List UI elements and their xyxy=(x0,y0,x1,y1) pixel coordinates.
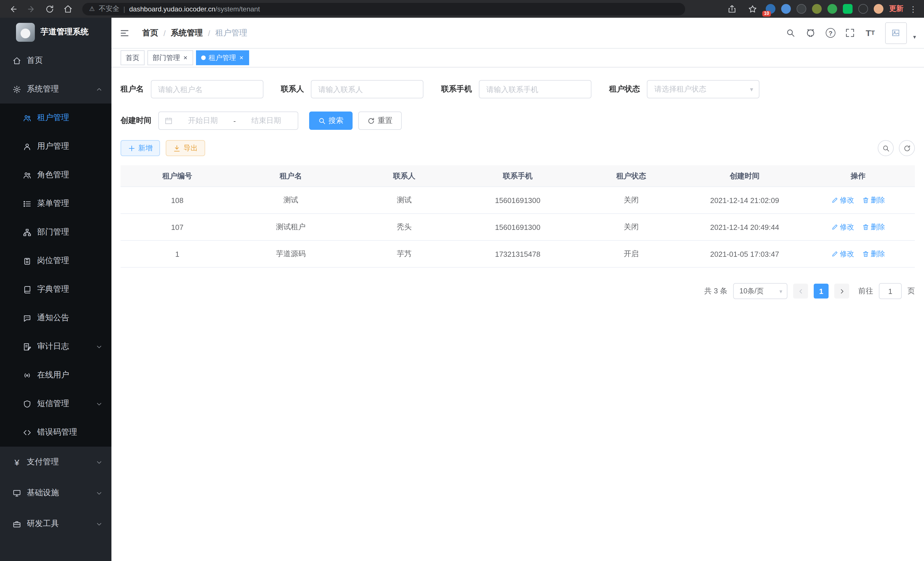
filter-label: 租户名 xyxy=(121,84,144,94)
tab-tenant[interactable]: 租户管理 × xyxy=(196,50,249,65)
sidebar-item-role[interactable]: 角色管理 xyxy=(0,161,111,189)
bookmark-star-icon[interactable] xyxy=(745,2,760,16)
caret-down-icon[interactable]: ▾ xyxy=(913,34,916,40)
sidebar-item-dict[interactable]: 字典管理 xyxy=(0,275,111,304)
page-number-1[interactable]: 1 xyxy=(814,284,829,299)
sidebar-item-user[interactable]: 用户管理 xyxy=(0,132,111,161)
tenant-name-input[interactable] xyxy=(151,80,263,98)
browser-menu-icon[interactable]: ⋮ xyxy=(909,4,917,14)
sidebar-item-sms[interactable]: 短信管理 xyxy=(0,390,111,418)
sidebar-item-label: 通知公告 xyxy=(37,313,69,323)
sidebar-item-tenant[interactable]: 租户管理 xyxy=(0,104,111,132)
code-icon xyxy=(23,428,32,437)
sidebar-item-menu[interactable]: 菜单管理 xyxy=(0,189,111,218)
cell-phone: 15601691300 xyxy=(461,223,574,231)
share-icon[interactable] xyxy=(724,2,740,16)
delete-link[interactable]: 删除 xyxy=(862,195,885,205)
prev-page-button[interactable] xyxy=(793,284,808,299)
reset-button-label: 重置 xyxy=(378,116,393,126)
extension-icon[interactable] xyxy=(843,4,853,14)
app-logo[interactable]: 芋道管理系统 xyxy=(0,18,111,46)
edit-link[interactable]: 修改 xyxy=(831,195,854,205)
extension-icon[interactable] xyxy=(858,4,868,14)
book-icon xyxy=(23,285,32,294)
edit-link[interactable]: 修改 xyxy=(831,249,854,259)
cell-tenant-name: 测试租户 xyxy=(234,222,347,232)
extension-badge: 10 xyxy=(762,11,771,17)
tab-dept[interactable]: 部门管理 × xyxy=(147,50,193,65)
address-bar[interactable]: ⚠ 不安全 | dashboard.yudao.iocoder.cn/syste… xyxy=(82,3,685,15)
extension-icon[interactable]: 10 xyxy=(766,4,776,14)
breadcrumb-system[interactable]: 系统管理 xyxy=(171,28,203,38)
github-icon[interactable] xyxy=(806,28,816,38)
sidebar-item-notice[interactable]: 通知公告 xyxy=(0,304,111,332)
cell-contact: 测试 xyxy=(347,195,461,205)
sidebar-item-label: 字典管理 xyxy=(37,284,69,295)
sidebar-item-post[interactable]: 岗位管理 xyxy=(0,247,111,275)
status-select[interactable]: 请选择租户状态 ▾ xyxy=(647,80,759,98)
home-icon[interactable] xyxy=(61,2,75,16)
sidebar-item-pay[interactable]: ¥ 支付管理 xyxy=(0,447,111,478)
delete-link[interactable]: 删除 xyxy=(862,249,885,259)
sidebar-item-infra[interactable]: 基础设施 xyxy=(0,478,111,508)
goto-page-input[interactable] xyxy=(879,283,902,299)
edit-link[interactable]: 修改 xyxy=(831,222,854,232)
refresh-table-button[interactable] xyxy=(899,140,915,156)
close-icon[interactable]: × xyxy=(239,54,244,61)
extension-icon[interactable] xyxy=(796,4,806,14)
date-range-picker[interactable]: 开始日期 - 结束日期 xyxy=(158,111,298,130)
browser-update-button[interactable]: 更新 xyxy=(889,4,903,14)
sidebar-item-audit[interactable]: 审计日志 xyxy=(0,332,111,361)
sidebar-item-home[interactable]: 首页 xyxy=(0,46,111,75)
sidebar-toggle-icon[interactable] xyxy=(118,27,131,39)
export-button[interactable]: 导出 xyxy=(166,140,205,156)
sidebar-item-dept[interactable]: 部门管理 xyxy=(0,218,111,247)
search-button[interactable]: 搜索 xyxy=(309,111,352,130)
pagination-total: 共 3 条 xyxy=(704,286,728,296)
add-button-label: 新增 xyxy=(138,143,153,153)
refresh-icon xyxy=(368,117,375,124)
back-icon[interactable] xyxy=(6,2,21,16)
sidebar-item-system[interactable]: 系统管理 xyxy=(0,75,111,104)
tab-home[interactable]: 首页 xyxy=(121,50,145,65)
gear-icon xyxy=(13,85,21,93)
reload-icon[interactable] xyxy=(42,2,57,16)
column-header: 创建时间 xyxy=(688,171,801,181)
cell-tenant-id: 1 xyxy=(121,250,234,258)
extension-icon[interactable] xyxy=(812,4,822,14)
extension-icon[interactable] xyxy=(781,4,791,14)
sidebar-item-errcode[interactable]: 错误码管理 xyxy=(0,418,111,447)
breadcrumb-home[interactable]: 首页 xyxy=(142,28,158,38)
contact-input[interactable] xyxy=(311,80,423,98)
reset-button[interactable]: 重置 xyxy=(358,111,402,130)
cell-created: 2021-12-14 20:49:44 xyxy=(688,223,801,231)
logo-avatar xyxy=(16,23,35,41)
extension-icon[interactable] xyxy=(874,4,884,14)
phone-input[interactable] xyxy=(479,80,591,98)
breadcrumb: 首页 / 系统管理 / 租户管理 xyxy=(142,28,248,38)
close-icon[interactable]: × xyxy=(183,54,188,61)
toggle-search-button[interactable] xyxy=(878,140,894,156)
cell-status: 开启 xyxy=(574,249,688,259)
sidebar-item-online[interactable]: 在线用户 xyxy=(0,361,111,390)
add-button[interactable]: 新增 xyxy=(121,140,160,156)
cell-tenant-name: 测试 xyxy=(234,195,347,205)
security-label: 不安全 xyxy=(99,4,119,14)
cell-created: 2021-12-14 21:02:09 xyxy=(688,196,801,205)
help-icon[interactable]: ? xyxy=(826,28,836,38)
cell-status: 关闭 xyxy=(574,195,688,205)
page-size-select[interactable]: 10条/页 ▾ xyxy=(733,283,788,299)
font-size-icon[interactable]: TT xyxy=(865,28,875,38)
next-page-button[interactable] xyxy=(834,284,849,299)
broadcast-icon xyxy=(23,371,32,379)
search-icon[interactable] xyxy=(786,28,796,38)
sidebar-item-dev[interactable]: 研发工具 xyxy=(0,508,111,539)
filter-status: 租户状态 请选择租户状态 ▾ xyxy=(609,80,759,98)
forward-icon[interactable] xyxy=(24,2,39,16)
fullscreen-icon[interactable] xyxy=(845,28,855,38)
extension-icon[interactable] xyxy=(827,4,837,14)
breadcrumb-separator: / xyxy=(208,28,210,38)
top-navbar: 首页 / 系统管理 / 租户管理 ? TT ▾ xyxy=(111,18,924,49)
user-avatar[interactable] xyxy=(885,22,907,44)
delete-link[interactable]: 删除 xyxy=(862,222,885,232)
